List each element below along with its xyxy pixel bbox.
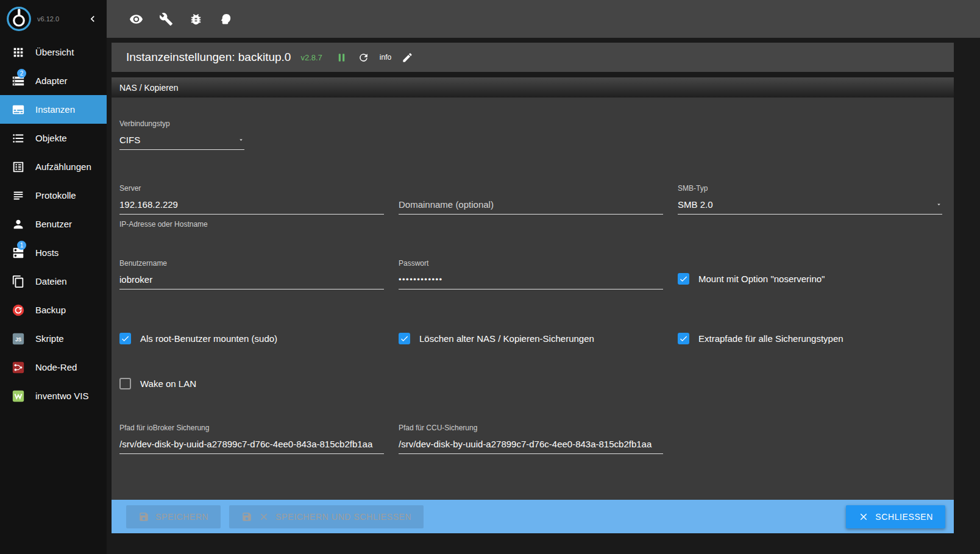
tab-nas-kopieren[interactable]: NAS / Kopieren (112, 77, 954, 98)
wrench-icon[interactable] (158, 12, 173, 26)
file-copy-icon (12, 275, 25, 288)
server-field: Server IP-Adresse oder Hostname (119, 184, 384, 229)
checkbox-box (678, 273, 689, 285)
server-input[interactable] (119, 198, 384, 215)
sidebar-item-label: Instanzen (35, 104, 75, 115)
sidebar-item-backup[interactable]: Backup (0, 296, 107, 324)
sidebar-item-instanzen[interactable]: Instanzen (0, 95, 107, 124)
sidebar-item-label: Aufzählungen (35, 162, 91, 172)
sidebar-item-node-red[interactable]: Node-Red (0, 353, 107, 382)
checkbox-box (678, 333, 689, 344)
save-button-label: SPEICHERN (155, 512, 208, 522)
dialog-header: Instanzeinstellungen: backitup.0 v2.8.7 … (112, 43, 954, 72)
adapter-badge: 2 (17, 69, 26, 78)
save-and-close-button[interactable]: SPEICHERN UND SCHLIESSEN (229, 505, 424, 528)
visibility-icon[interactable] (129, 12, 143, 26)
domain-input[interactable] (399, 198, 663, 215)
connection-type-field: Verbindungstyp CIFS (119, 119, 244, 150)
list-alt-icon (12, 160, 25, 174)
path-iobroker-label: Pfad für ioBroker Sicherung (119, 424, 384, 432)
adapter-version: v2.8.7 (300, 53, 322, 62)
checkbox-label: Extrapfade für alle Sicherungstypen (698, 333, 843, 344)
main-area: Instanzeinstellungen: backitup.0 v2.8.7 … (107, 0, 980, 554)
sidebar-nav: Übersicht 2 Adapter Instanzen Objekt (0, 38, 107, 410)
checkbox-wake-on-lan[interactable]: Wake on LAN (119, 377, 384, 389)
app-window: v6.12.0 Übersicht 2 Adapter (0, 0, 980, 554)
checkbox-label: Mount mit Option "noserverino" (698, 274, 825, 284)
password-input[interactable] (399, 273, 663, 289)
close-icon (258, 511, 269, 522)
edit-pencil-icon[interactable] (401, 51, 413, 63)
admin-version: v6.12.0 (37, 15, 81, 23)
javascript-icon: JS (12, 332, 25, 346)
sidebar-item-label: Adapter (35, 76, 68, 86)
person-icon (12, 218, 25, 231)
settings-form: Verbindungstyp CIFS Server IP-Adresse od… (112, 98, 954, 500)
check-icon (121, 334, 130, 343)
checkbox-extra-paths[interactable]: Extrapfade für alle Sicherungstypen (678, 332, 942, 344)
dialog-body: NAS / Kopieren Verbindungstyp CIFS (112, 77, 954, 533)
sidebar-item-label: Objekte (35, 133, 67, 143)
sidebar-item-aufzaehlungen[interactable]: Aufzählungen (0, 152, 107, 181)
sidebar-item-label: Node-Red (35, 362, 77, 372)
checkbox-noserverino[interactable]: Mount mit Option "noserverino" (678, 272, 942, 285)
node-red-icon (12, 361, 25, 374)
sidebar-item-hosts[interactable]: 1 Hosts (0, 238, 107, 267)
path-ccu-input[interactable] (399, 438, 663, 454)
grid-icon (12, 46, 25, 59)
sidebar-item-benutzer[interactable]: Benutzer (0, 210, 107, 238)
path-iobroker-input[interactable] (119, 438, 384, 454)
sidebar-item-label: Dateien (35, 276, 67, 286)
path-iobroker-field: Pfad für ioBroker Sicherung (119, 424, 384, 454)
domain-field (399, 184, 663, 229)
checkbox-label: Löschen alter NAS / Kopieren-Sicherungen (419, 333, 594, 344)
instances-icon (12, 103, 25, 116)
sidebar-item-objekte[interactable]: Objekte (0, 124, 107, 152)
connection-type-select[interactable]: CIFS (119, 133, 244, 150)
close-button[interactable]: SCHLIESSEN (846, 505, 945, 528)
page-title: Instanzeinstellungen: backitup.0 (126, 51, 291, 64)
password-field: Passwort (399, 259, 663, 289)
hosts-badge: 1 (17, 241, 26, 250)
bug-icon[interactable] (188, 12, 203, 26)
sidebar-collapse-button[interactable] (86, 12, 99, 26)
iobroker-logo-icon (5, 5, 32, 32)
sidebar-header: v6.12.0 (0, 0, 107, 38)
smb-type-select[interactable]: SMB 2.0 (678, 198, 942, 215)
password-label: Passwort (399, 259, 663, 268)
sidebar-item-uebersicht[interactable]: Übersicht (0, 38, 107, 66)
expert-mode-icon[interactable] (218, 12, 233, 26)
sidebar-item-label: Übersicht (35, 47, 74, 57)
smb-type-label: SMB-Typ (678, 184, 942, 193)
log-lines-icon (12, 189, 25, 202)
main-toolbar (107, 0, 980, 38)
save-icon (138, 511, 149, 522)
connection-type-value: CIFS (119, 135, 140, 145)
username-input[interactable] (119, 273, 384, 289)
refresh-icon[interactable] (358, 51, 370, 63)
check-icon (679, 274, 688, 283)
chevron-down-icon (238, 137, 244, 143)
sidebar-item-label: Hosts (35, 247, 59, 258)
sidebar-item-dateien[interactable]: Dateien (0, 267, 107, 296)
path-ccu-label: Pfad für CCU-Sicherung (399, 424, 663, 432)
checkbox-box (119, 333, 131, 344)
connection-type-label: Verbindungstyp (119, 119, 244, 128)
pause-icon[interactable] (336, 51, 348, 63)
sidebar-item-label: Benutzer (35, 219, 72, 229)
tab-label: NAS / Kopieren (119, 83, 179, 93)
chevron-left-icon (87, 13, 99, 25)
checkbox-sudo-mount[interactable]: Als root-Benutzer mounten (sudo) (119, 332, 384, 344)
checkbox-delete-old[interactable]: Löschen alter NAS / Kopieren-Sicherungen (399, 332, 663, 344)
save-button[interactable]: SPEICHERN (126, 505, 221, 528)
sidebar-item-protokolle[interactable]: Protokolle (0, 181, 107, 210)
sidebar-item-skripte[interactable]: JS Skripte (0, 324, 107, 353)
smb-type-value: SMB 2.0 (678, 199, 713, 210)
sidebar-item-label: Protokolle (35, 190, 76, 201)
sidebar-item-inventwo-vis[interactable]: inventwo VIS (0, 382, 107, 410)
sidebar-item-adapter[interactable]: 2 Adapter (0, 66, 107, 95)
sidebar: v6.12.0 Übersicht 2 Adapter (0, 0, 107, 554)
inventwo-vis-icon (12, 389, 25, 403)
close-button-label: SCHLIESSEN (875, 512, 933, 522)
check-icon (679, 334, 688, 343)
